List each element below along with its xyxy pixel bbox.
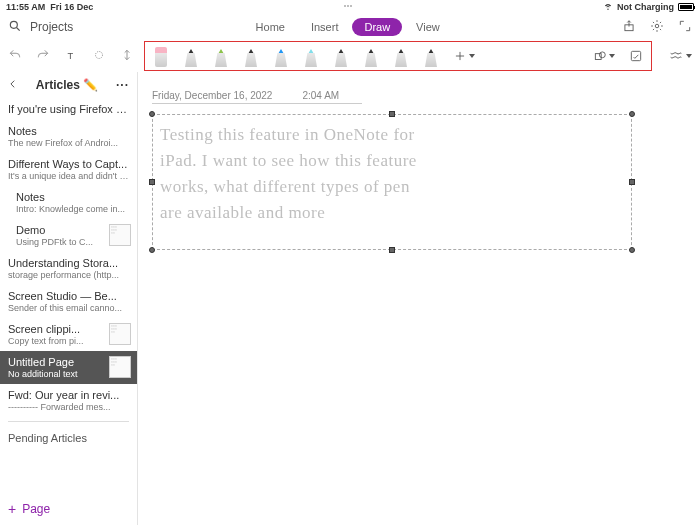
- shapes-button[interactable]: [593, 49, 615, 63]
- page-thumbnail: ━━━━━━━━: [109, 356, 131, 378]
- status-date: Fri 16 Dec: [50, 2, 93, 12]
- page-thumbnail: ━━━━━━━━: [109, 224, 131, 246]
- resize-handle[interactable]: [629, 111, 635, 117]
- pen-tool-8[interactable]: [393, 45, 409, 67]
- pen-tool-7[interactable]: [363, 45, 379, 67]
- page-item[interactable]: NotesThe new Firefox of Androi...: [0, 120, 137, 153]
- svg-point-0: [10, 21, 17, 28]
- handwriting: Testing this feature in OneNote foriPad.…: [160, 122, 624, 242]
- more-icon[interactable]: ···: [116, 78, 129, 92]
- insert-space-icon[interactable]: [120, 48, 134, 64]
- svg-point-7: [599, 52, 605, 58]
- charging-label: Not Charging: [617, 2, 674, 12]
- page-thumbnail: ━━━━━━━━: [109, 323, 131, 345]
- page-item[interactable]: DemoUsing PDFtk to C...━━━━━━━━: [0, 219, 137, 252]
- pen-tool-1[interactable]: [183, 45, 199, 67]
- pen-tool-9[interactable]: [423, 45, 439, 67]
- pen-tool-5[interactable]: [303, 45, 319, 67]
- page-item[interactable]: Screen Studio — Be...Sender of this emai…: [0, 285, 137, 318]
- pen-tool-3[interactable]: [243, 45, 259, 67]
- page-item[interactable]: If you're using Firefox for And...: [0, 98, 137, 120]
- page-item[interactable]: Untitled PageNo additional text━━━━━━━━: [0, 351, 137, 384]
- note-canvas[interactable]: Friday, December 16, 2022 2:04 AM Testin…: [138, 72, 700, 525]
- text-mode-icon[interactable]: T: [64, 48, 78, 64]
- add-page-button[interactable]: +Page: [0, 493, 137, 525]
- ink-to-text-button[interactable]: [629, 49, 643, 63]
- resize-handle[interactable]: [149, 179, 155, 185]
- add-pen-button[interactable]: [453, 49, 475, 63]
- resize-handle[interactable]: [629, 179, 635, 185]
- page-item[interactable]: Screen clippi...Copy text from pi...━━━━…: [0, 318, 137, 351]
- notebook-name[interactable]: Projects: [30, 20, 73, 34]
- section-title[interactable]: Articles ✏️: [36, 78, 98, 92]
- wifi-icon: [603, 1, 613, 13]
- battery-icon: [678, 3, 694, 11]
- tab-draw[interactable]: Draw: [352, 18, 402, 36]
- tab-insert[interactable]: Insert: [299, 18, 351, 36]
- eraser-tool[interactable]: [153, 45, 169, 67]
- resize-handle[interactable]: [149, 111, 155, 117]
- note-time: 2:04 AM: [302, 90, 339, 101]
- resize-handle[interactable]: [389, 247, 395, 253]
- resize-handle[interactable]: [629, 247, 635, 253]
- multitask-dots[interactable]: [339, 5, 357, 9]
- pending-section[interactable]: Pending Articles: [0, 426, 137, 450]
- draw-mode-button[interactable]: [668, 48, 692, 64]
- page-item[interactable]: Understanding Stora...storage performanc…: [0, 252, 137, 285]
- undo-icon[interactable]: [8, 48, 22, 64]
- back-icon[interactable]: [8, 79, 18, 91]
- svg-point-3: [655, 24, 659, 28]
- pen-tool-4[interactable]: [273, 45, 289, 67]
- svg-text:T: T: [68, 51, 74, 61]
- resize-handle[interactable]: [389, 111, 395, 117]
- page-item[interactable]: Fwd: Our year in revi...---------- Forwa…: [0, 384, 137, 417]
- expand-icon[interactable]: [678, 19, 692, 35]
- status-time: 11:55 AM: [6, 2, 45, 12]
- pen-tool-6[interactable]: [333, 45, 349, 67]
- ink-selection[interactable]: Testing this feature in OneNote foriPad.…: [152, 114, 632, 250]
- pen-tool-2[interactable]: [213, 45, 229, 67]
- tab-home[interactable]: Home: [244, 18, 297, 36]
- redo-icon[interactable]: [36, 48, 50, 64]
- tab-view[interactable]: View: [404, 18, 452, 36]
- lasso-icon[interactable]: [92, 48, 106, 64]
- svg-rect-8: [631, 51, 640, 60]
- page-item[interactable]: NotesIntro: Knowledge come in...: [0, 186, 137, 219]
- search-icon[interactable]: [8, 19, 22, 35]
- settings-icon[interactable]: [650, 19, 664, 35]
- share-icon[interactable]: [622, 19, 636, 35]
- pen-toolbar: [144, 41, 652, 71]
- svg-point-5: [96, 52, 103, 59]
- svg-line-1: [17, 28, 20, 31]
- page-item[interactable]: Different Ways to Capt...It's a unique i…: [0, 153, 137, 186]
- resize-handle[interactable]: [149, 247, 155, 253]
- note-date: Friday, December 16, 2022: [152, 90, 272, 101]
